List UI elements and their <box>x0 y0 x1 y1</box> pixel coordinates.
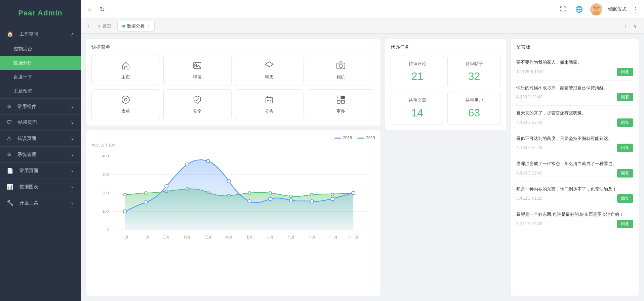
quick-menu-item-notice[interactable]: 公告 <box>235 89 304 120</box>
svg-rect-14 <box>337 96 340 99</box>
menu-toggle-icon[interactable]: ≡ <box>86 4 94 14</box>
more-icon <box>336 95 346 106</box>
sidebar-group-data-charts: 📊 数据图表 ∨ <box>0 179 81 195</box>
svg-point-49 <box>311 193 313 196</box>
notice-icon <box>265 95 274 106</box>
svg-text:十月: 十月 <box>309 235 315 239</box>
quick-menu-item-modal[interactable]: 弹层 <box>163 55 232 86</box>
reply-button[interactable]: 回复 <box>617 169 633 178</box>
message-footer: 4月30日 22:43 回复 <box>516 93 633 101</box>
notice-label: 公告 <box>265 108 274 114</box>
legend-dot-2018 <box>334 138 341 139</box>
svg-point-60 <box>289 199 293 202</box>
task-item-pending-comments: 待审评论 21 <box>391 55 444 88</box>
quick-menu-item-form[interactable]: 表单 <box>91 89 160 120</box>
svg-point-52 <box>123 210 127 213</box>
sidebar-item-baidu[interactable]: 百度一下 <box>0 70 81 84</box>
quick-menu-item-more[interactable]: 更多 <box>307 89 375 120</box>
globe-icon[interactable]: 🌐 <box>573 4 585 14</box>
sidebar-group-dev-tools-header[interactable]: 🔧 开发工具 ∨ <box>0 195 81 211</box>
common-components-label: 常用组件 <box>17 104 36 110</box>
more-label: 更多 <box>336 108 345 114</box>
tab-prev-btn[interactable]: ‹ <box>85 22 92 31</box>
svg-text:九月: 九月 <box>288 235 294 239</box>
svg-text:十二月: 十二月 <box>348 235 358 239</box>
svg-point-13 <box>270 100 271 101</box>
sidebar-item-data-analysis[interactable]: 数据分析 <box>0 56 81 70</box>
tabbar-right-btns: › ∨ <box>622 21 640 31</box>
svg-point-57 <box>227 180 230 183</box>
svg-rect-16 <box>337 100 340 103</box>
svg-text:100: 100 <box>103 209 109 213</box>
sidebar-item-theme-preview[interactable]: 主题预览 <box>0 84 81 98</box>
sidebar-group-system-mgmt: ⚙ 系统管理 ∨ <box>0 147 81 163</box>
task-card-title: 代办任务 <box>391 44 501 50</box>
svg-text:五月: 五月 <box>205 235 211 239</box>
tab-data-analysis-dot <box>122 25 125 28</box>
col-mid: 代办任务 待审评论 21 待审帖子 32 待审文章 14 待 <box>385 39 506 296</box>
message-list: 要不要作为我的家人，搬来我家。 12月25日 19:92 回复 快乐的时候不敢尽… <box>516 55 633 232</box>
reply-button[interactable]: 回复 <box>617 144 633 152</box>
tab-expand-btn[interactable]: ∨ <box>631 21 640 31</box>
sidebar-group-common-pages-header[interactable]: 📄 常用页面 ∨ <box>0 163 81 179</box>
svg-point-47 <box>269 192 272 194</box>
topbar-right: ⛶ 🌐 就眠仪式 ⋮ <box>558 3 639 15</box>
svg-point-62 <box>331 197 334 201</box>
svg-point-53 <box>144 201 147 204</box>
quick-menu-item-camera[interactable]: 相机 <box>307 55 375 86</box>
reply-button[interactable]: 回复 <box>617 68 633 76</box>
system-mgmt-chevron: ∨ <box>71 152 74 157</box>
message-text: 希望是一个好东西,也许是最好的,好东西是不会消亡的！ <box>516 211 633 218</box>
tab-next-btn[interactable]: › <box>622 22 629 31</box>
dev-tools-chevron: ∨ <box>71 201 74 205</box>
chat-icon <box>265 61 274 71</box>
sidebar-item-control[interactable]: 控制后台 <box>0 42 81 56</box>
workspace-chevron: ∧ <box>71 32 74 37</box>
sidebar-group-error-pages-header[interactable]: ⚠ 错误页面 ∨ <box>0 131 81 146</box>
quick-menu-item-chat[interactable]: 聊天 <box>235 55 304 86</box>
tab-home-dot <box>98 25 100 28</box>
list-item: 那是一种内在的东西，他们到达不了，也无法触及！ 5月12日 01:25 回复 <box>516 182 633 207</box>
sidebar-group-common-components-header[interactable]: ⚙ 常用组件 ∨ <box>0 99 81 114</box>
svg-point-12 <box>267 100 268 101</box>
content: 快捷菜单 主页 <box>81 34 644 301</box>
avatar[interactable] <box>590 3 602 15</box>
pending-posts-value: 32 <box>453 70 495 83</box>
legend-2019: 2019 <box>357 136 375 140</box>
svg-text:0: 0 <box>107 228 109 232</box>
message-text: 那是一种内在的东西，他们到达不了，也无法触及！ <box>516 186 633 193</box>
quick-menu-item-home[interactable]: 主页 <box>91 55 160 86</box>
tab-home[interactable]: 首页 <box>93 21 116 31</box>
reply-button[interactable]: 回复 <box>617 93 633 101</box>
quick-menu-item-security[interactable]: 安全 <box>163 89 232 120</box>
svg-text:六月: 六月 <box>225 235 232 239</box>
tab-close-btn[interactable]: × <box>147 24 150 29</box>
system-mgmt-icon: ⚙ <box>7 151 11 158</box>
svg-point-63 <box>352 191 355 195</box>
sidebar-group-workspace-header[interactable]: 🏠 工作空间 ∧ <box>0 26 81 42</box>
sidebar-group-result-pages-header[interactable]: 🛡 结果页面 ∨ <box>0 115 81 130</box>
svg-text:七月: 七月 <box>246 235 253 239</box>
sidebar-group-system-mgmt-header[interactable]: ⚙ 系统管理 ∨ <box>0 147 81 162</box>
sidebar-group-dev-tools: 🔧 开发工具 ∨ <box>0 195 81 211</box>
error-pages-label: 错误页面 <box>17 136 36 142</box>
sidebar: Pear Admin 🏠 工作空间 ∧ 控制后台 数据分析 百度一下 主题预览 <box>0 0 81 301</box>
fullscreen-icon[interactable]: ⛶ <box>558 4 568 14</box>
svg-point-8 <box>339 64 343 67</box>
sidebar-group-error-pages: ⚠ 错误页面 ∨ <box>0 131 81 147</box>
tab-data-analysis[interactable]: 数据分析 × <box>117 21 155 32</box>
camera-label: 相机 <box>336 74 345 80</box>
reply-button[interactable]: 回复 <box>617 220 633 228</box>
reply-button[interactable]: 回复 <box>617 118 633 127</box>
message-board: 留言板 要不要作为我的家人，搬来我家。 12月25日 19:92 回复 快乐的时… <box>511 39 639 296</box>
svg-text:十一月: 十一月 <box>327 235 337 239</box>
message-footer: 4月30日 22:43 回复 <box>516 169 633 178</box>
chart-legend: 2018 2019 <box>91 136 375 140</box>
reply-button[interactable]: 回复 <box>617 194 633 203</box>
svg-rect-11 <box>266 98 273 103</box>
svg-point-50 <box>331 193 334 196</box>
refresh-icon[interactable]: ↻ <box>98 4 107 14</box>
sidebar-group-data-charts-header[interactable]: 📊 数据图表 ∨ <box>0 179 81 195</box>
topbar-more-icon[interactable]: ⋮ <box>632 5 639 13</box>
pending-users-value: 63 <box>453 107 495 119</box>
